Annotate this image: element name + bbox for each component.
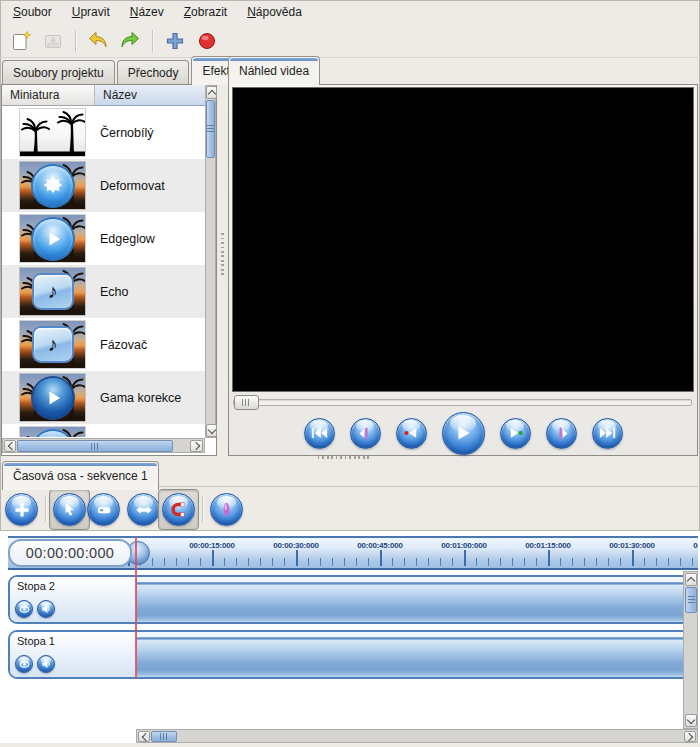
effects-vscrollbar[interactable] — [205, 85, 216, 438]
main-toolbar — [0, 24, 700, 58]
timeline-toolbar: 15 sekund — [0, 486, 700, 531]
effect-row-fazovac[interactable]: ♪Fázovač — [2, 318, 205, 371]
record-button[interactable] — [194, 28, 220, 54]
seek-groove[interactable] — [233, 399, 692, 406]
scroll-left-icon[interactable] — [138, 731, 150, 742]
snap-tool-button[interactable] — [162, 493, 195, 526]
ruler-tick — [344, 558, 345, 566]
tab-timeline-sequence[interactable]: Časová osa - sekvence 1 — [2, 461, 159, 490]
menu-upravit[interactable]: Upravit — [63, 1, 119, 23]
scroll-up-icon[interactable] — [685, 573, 697, 586]
add-track-button[interactable] — [5, 493, 38, 526]
resize-tool-button[interactable] — [127, 493, 160, 526]
ruler-tick — [584, 558, 585, 566]
video-screen — [232, 87, 694, 392]
ruler-tick — [536, 558, 537, 566]
playdark-icon — [20, 374, 85, 421]
scroll-left-icon[interactable] — [4, 440, 16, 452]
ruler-tick — [524, 558, 525, 566]
skip-end-button[interactable] — [592, 418, 623, 449]
tab-soubory-projektu[interactable]: Soubory projektu — [2, 60, 115, 84]
current-time-display: 00:00:00:000 — [8, 539, 132, 567]
scroll-right-icon[interactable] — [684, 731, 696, 742]
effect-row-cernobily[interactable]: Černobílý — [2, 106, 205, 159]
timeline-tabs: Časová osa - sekvence 1 — [2, 461, 161, 489]
track-body[interactable] — [137, 632, 694, 677]
timeline-ruler[interactable]: 00:00:00:000 00:00:15:00000:00:30:00000:… — [8, 536, 698, 570]
track-buttons — [15, 600, 55, 618]
skip-start-button[interactable] — [304, 418, 335, 449]
tab-prechody[interactable]: Přechody — [117, 60, 190, 84]
panel-splitter-handle[interactable] — [221, 233, 224, 275]
preview-splitter-handle[interactable] — [318, 456, 372, 459]
track-audio-button[interactable] — [37, 655, 55, 673]
add-button[interactable] — [162, 28, 188, 54]
fast-forward-button[interactable] — [500, 418, 531, 449]
note-icon: ♪ — [20, 268, 85, 315]
effect-row-edgeglow[interactable]: Edgeglow — [2, 212, 205, 265]
ruler-tick — [260, 558, 261, 566]
effect-name: Černobílý — [100, 126, 154, 140]
undo-button[interactable] — [85, 28, 111, 54]
distort-icon — [20, 162, 85, 209]
effects-hscrollbar[interactable] — [2, 438, 205, 453]
video-preview-panel — [228, 84, 698, 456]
track-visibility-button[interactable] — [15, 655, 33, 673]
effects-panel: Miniatura Název ČernobílýDeformovatEdgeg… — [1, 84, 217, 456]
effect-row-deformovat[interactable]: Deformovat — [2, 159, 205, 212]
ruler-tick — [380, 550, 382, 566]
ruler-tick — [488, 558, 489, 566]
select-tool-button[interactable] — [53, 493, 86, 526]
menu-soubor[interactable]: Soubor — [4, 1, 61, 23]
application-window: SouborUpravitNázevZobrazitNápověda Soubo… — [0, 0, 700, 747]
ruler-tick — [308, 558, 309, 566]
play-button[interactable] — [442, 412, 485, 455]
timeline-vscroll-thumb[interactable] — [685, 587, 697, 613]
scroll-down-icon[interactable] — [685, 714, 697, 727]
track-header: Stopa 1 — [10, 632, 137, 677]
track-stopa-1: Stopa 1 — [8, 630, 696, 679]
scroll-right-icon[interactable] — [190, 440, 203, 452]
effect-thumbnail: ♪ — [20, 321, 85, 368]
rewind-button[interactable] — [396, 418, 427, 449]
effect-row[interactable] — [2, 424, 205, 437]
effect-thumbnail — [20, 374, 85, 421]
timeline-vscrollbar[interactable] — [683, 571, 698, 729]
ruler-tick — [356, 558, 357, 566]
scroll-down-icon[interactable] — [206, 424, 217, 437]
ruler-tick — [152, 558, 153, 566]
tab-nahled-videa[interactable]: Náhled videa — [228, 56, 320, 85]
ruler-tick — [452, 558, 453, 566]
track-body[interactable] — [137, 577, 694, 622]
effects-vscroll-thumb[interactable] — [206, 100, 215, 158]
add-marker-button[interactable] — [210, 493, 243, 526]
effect-row-echo[interactable]: ♪Echo — [2, 265, 205, 318]
menu-nazev[interactable]: Název — [121, 1, 173, 23]
new-file-button[interactable] — [8, 28, 34, 54]
effects-hscroll-thumb[interactable] — [17, 440, 173, 452]
ruler-tick — [428, 558, 429, 566]
frame-forward-button[interactable] — [546, 418, 577, 449]
column-header-nazev[interactable]: Název — [95, 85, 206, 106]
column-header-miniatura[interactable]: Miniatura — [2, 85, 95, 106]
effect-row-gama-korekce[interactable]: Gama korekce — [2, 371, 205, 424]
menu-bar: SouborUpravitNázevZobrazitNápověda — [0, 0, 700, 24]
ruler-tick — [596, 558, 597, 566]
track-visibility-button[interactable] — [15, 600, 33, 618]
effects-list: ČernobílýDeformovatEdgeglow♪Echo♪Fázovač… — [2, 106, 205, 437]
seek-handle[interactable] — [234, 395, 259, 410]
seek-bar[interactable] — [233, 395, 692, 409]
ruler-tick — [212, 550, 214, 566]
ruler-timestamp: 00:01:45:000 — [693, 541, 698, 550]
redo-button[interactable] — [117, 28, 143, 54]
ruler-tick — [332, 558, 333, 566]
menu-napoveda[interactable]: Nápověda — [238, 1, 311, 23]
razor-tool-button[interactable] — [87, 493, 120, 526]
menu-zobrazit[interactable]: Zobrazit — [175, 1, 236, 23]
scroll-up-icon[interactable] — [206, 86, 217, 99]
ruler-timestamp: 00:01:15:000 — [525, 541, 571, 550]
timeline-hscroll-thumb[interactable] — [151, 731, 177, 742]
frame-back-button[interactable] — [350, 418, 381, 449]
track-audio-button[interactable] — [37, 600, 55, 618]
timeline-hscrollbar[interactable] — [136, 729, 698, 743]
